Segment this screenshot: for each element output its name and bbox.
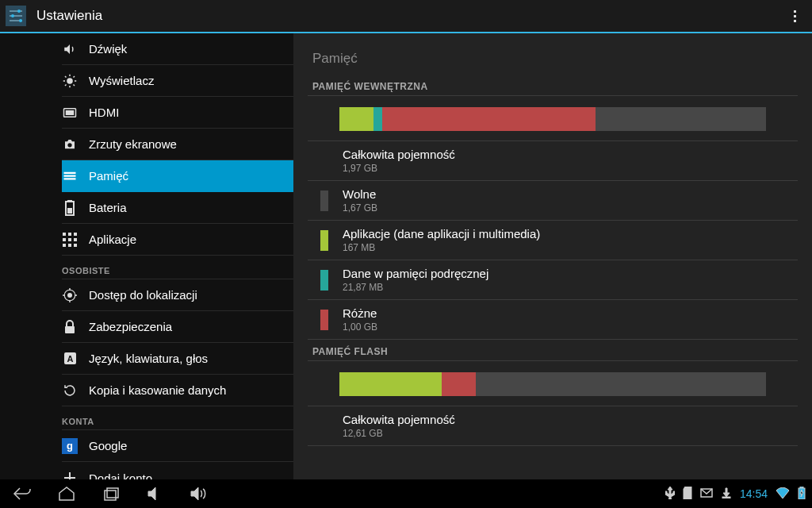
sidebar-item-add-account[interactable]: Dodaj konto xyxy=(62,462,293,479)
svg-point-7 xyxy=(67,78,73,84)
status-tray[interactable]: 14:54 xyxy=(665,487,812,502)
row-subtitle: 167 MB xyxy=(343,242,540,253)
sidebar-item-label: Kopia i kasowanie danych xyxy=(89,383,226,397)
sidebar-item-label: Bateria xyxy=(89,201,127,214)
row-title: Różne xyxy=(343,306,377,320)
color-swatch xyxy=(320,310,328,330)
sidebar-item-apps[interactable]: Aplikacje xyxy=(62,224,293,256)
sidebar-item-label: Zabezpieczenia xyxy=(89,320,172,333)
sidebar-item-label: Dodaj konto xyxy=(89,471,152,480)
svg-line-15 xyxy=(74,76,75,78)
storage-row[interactable]: Aplikacje (dane aplikacji i multimedia)1… xyxy=(308,221,798,260)
sidebar-item-battery[interactable]: Bateria xyxy=(62,192,293,224)
flash-usage-bar[interactable] xyxy=(308,361,798,406)
row-title: Całkowita pojemność xyxy=(343,148,455,161)
svg-point-18 xyxy=(67,143,71,147)
svg-point-34 xyxy=(67,293,72,298)
storage-panel: Pamięć PAMIĘĆ WEWNĘTRZNA Całkowita pojem… xyxy=(293,33,812,479)
top-bar: Ustawienia xyxy=(0,0,812,32)
svg-rect-29 xyxy=(68,238,71,241)
volume-down-button[interactable] xyxy=(133,479,178,508)
row-title: Całkowita pojemność xyxy=(343,413,455,426)
svg-rect-33 xyxy=(74,244,77,247)
system-navbar: 14:54 xyxy=(0,479,812,508)
sidebar-item-storage[interactable]: Pamięć xyxy=(62,160,293,192)
google-icon: g xyxy=(62,438,78,454)
color-swatch xyxy=(320,151,328,171)
sidebar-section-personal: OSOBISTE xyxy=(62,256,293,279)
row-title: Aplikacje (dane aplikacji i multimedia) xyxy=(343,227,540,241)
svg-rect-45 xyxy=(105,491,116,500)
color-swatch xyxy=(320,230,328,251)
svg-rect-25 xyxy=(63,233,66,236)
svg-rect-31 xyxy=(63,244,66,247)
storage-row[interactable]: Różne1,00 GB xyxy=(308,300,798,340)
svg-line-13 xyxy=(74,84,75,86)
svg-point-2 xyxy=(17,10,21,13)
sidebar-item-label: Dostęp do lokalizacji xyxy=(89,288,197,302)
sidebar-item-sound[interactable]: Dźwięk xyxy=(62,33,293,65)
plus-icon xyxy=(62,470,78,479)
svg-line-14 xyxy=(65,84,67,86)
apps-icon xyxy=(62,232,78,248)
bar-seg-apps xyxy=(339,372,442,396)
overflow-menu-icon[interactable] xyxy=(787,5,802,27)
storage-row[interactable]: Całkowita pojemność12,61 GB xyxy=(308,406,798,446)
svg-rect-20 xyxy=(64,175,76,176)
sidebar-item-label: Aplikacje xyxy=(89,233,136,246)
back-button[interactable] xyxy=(0,479,44,508)
svg-point-4 xyxy=(11,14,14,17)
bar-seg-misc xyxy=(382,107,596,131)
sidebar-item-label: Google xyxy=(89,439,127,452)
sidebar-item-screenshots[interactable]: Zrzuty ekranowe xyxy=(62,129,293,160)
svg-rect-24 xyxy=(67,208,72,214)
volume-up-button[interactable] xyxy=(178,479,222,508)
svg-rect-26 xyxy=(68,233,71,236)
backup-icon xyxy=(62,383,78,398)
lock-icon xyxy=(62,319,78,335)
bar-seg-cache xyxy=(373,107,382,131)
bar-seg-misc xyxy=(442,372,476,396)
section-internal-header: PAMIĘĆ WEWNĘTRZNA xyxy=(308,75,798,96)
storage-row[interactable]: Dane w pamięci podręcznej21,87 MB xyxy=(308,260,798,300)
sidebar-item-label: Dźwięk xyxy=(89,42,127,56)
sidebar-item-location[interactable]: Dostęp do lokalizacji xyxy=(62,279,293,311)
svg-line-12 xyxy=(65,76,67,78)
sound-icon xyxy=(62,41,78,57)
download-icon xyxy=(721,487,732,501)
svg-text:A: A xyxy=(67,354,73,364)
sidebar-item-display[interactable]: Wyświetlacz xyxy=(62,65,293,97)
mail-icon xyxy=(700,487,713,500)
row-subtitle: 1,67 GB xyxy=(343,202,377,214)
language-icon: A xyxy=(62,351,78,367)
recents-button[interactable] xyxy=(89,479,133,508)
battery-icon xyxy=(62,200,78,216)
row-subtitle: 12,61 GB xyxy=(343,428,455,439)
sidebar-item-hdmi[interactable]: HDMI xyxy=(62,97,293,129)
sidebar-item-backup[interactable]: Kopia i kasowanie danych xyxy=(62,375,293,406)
svg-rect-32 xyxy=(68,244,71,247)
row-subtitle: 21,87 MB xyxy=(343,282,488,293)
sidebar-item-language[interactable]: A Język, klawiatura, głos xyxy=(62,343,293,375)
row-title: Dane w pamięci podręcznej xyxy=(343,267,488,280)
usb-icon xyxy=(665,487,675,502)
svg-rect-21 xyxy=(64,178,76,179)
svg-rect-40 xyxy=(65,326,75,333)
section-flash-header: PAMIĘĆ FLASH xyxy=(308,340,798,361)
storage-row[interactable]: Całkowita pojemność1,97 GB xyxy=(308,141,798,181)
svg-rect-17 xyxy=(66,110,75,115)
app-title: Ustawienia xyxy=(36,8,102,24)
row-title: Wolne xyxy=(343,187,377,201)
internal-usage-bar[interactable] xyxy=(308,96,798,141)
bar-seg-apps xyxy=(339,107,373,131)
sidebar-item-google[interactable]: g Google xyxy=(62,430,293,462)
row-subtitle: 1,00 GB xyxy=(343,321,377,333)
sidebar-item-label: HDMI xyxy=(89,106,119,119)
home-button[interactable] xyxy=(44,479,89,508)
storage-row[interactable]: Wolne1,67 GB xyxy=(308,181,798,221)
color-swatch xyxy=(320,270,328,291)
sidebar-item-security[interactable]: Zabezpieczenia xyxy=(62,311,293,343)
svg-rect-28 xyxy=(63,238,66,241)
svg-point-6 xyxy=(19,19,22,22)
display-icon xyxy=(62,73,78,89)
